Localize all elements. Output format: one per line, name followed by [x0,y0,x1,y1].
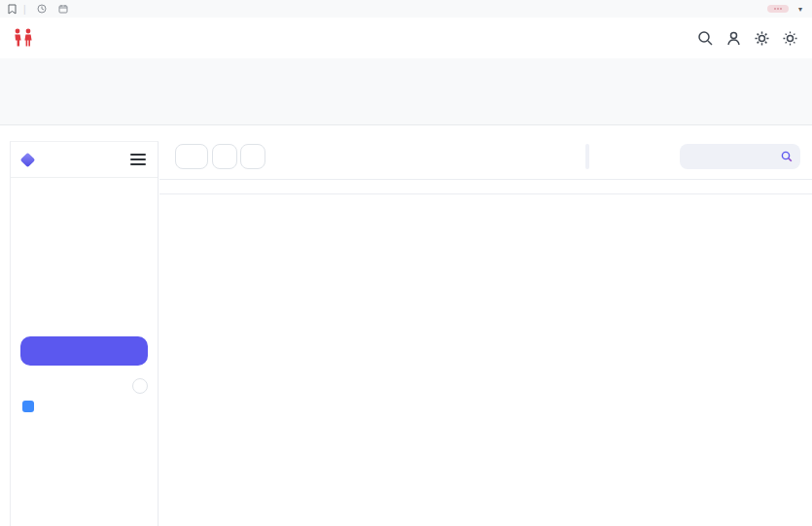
calendar-icon [58,4,68,14]
today-button[interactable] [175,144,208,169]
next-month-button[interactable] [240,144,265,169]
gear-icon[interactable] [754,30,770,47]
add-calendar-button[interactable] [132,378,148,394]
utility-bar: | ▾ [0,0,812,18]
page-header [0,58,812,125]
event-search [680,144,800,169]
prev-month-button[interactable] [212,144,237,169]
search-icon [781,151,793,162]
new-event-button[interactable] [20,336,148,366]
calendar-toolbar [159,144,812,173]
chevron-down-icon: ▾ [798,5,802,14]
search-icon[interactable] [697,30,714,47]
calendar-main [159,141,812,526]
weekday-header-row [159,179,812,194]
view-switcher [585,144,589,169]
people-logo-icon [12,28,35,48]
hamburger-menu-icon[interactable] [130,154,146,165]
main-navbar [0,18,812,59]
calendar-checkbox[interactable] [22,401,34,412]
sidebar-divider [11,177,158,178]
calendar-list-item[interactable] [22,401,41,412]
my-calendars-header [22,377,148,395]
favorites-link[interactable] [8,4,20,15]
diamond-logo-icon [20,152,36,167]
clock-group [37,4,51,14]
user-badge [767,5,789,13]
date-group [58,4,76,14]
mini-cal-header [20,193,148,208]
event-search-button[interactable] [781,151,793,162]
sidebar-logo-row [11,142,158,177]
user-menu[interactable]: ▾ [767,5,802,14]
brand-logo[interactable] [12,28,41,48]
event-search-input[interactable] [688,151,777,163]
month-grid [159,179,812,526]
app-window: | ▾ [0,0,812,526]
bookmark-icon [8,4,17,15]
clock-icon [37,4,47,14]
profile-icon[interactable] [725,30,742,47]
calendar-sidebar [10,141,159,526]
nav-icons [697,30,798,47]
brightness-icon[interactable] [782,30,798,47]
divider: | [23,4,26,15]
